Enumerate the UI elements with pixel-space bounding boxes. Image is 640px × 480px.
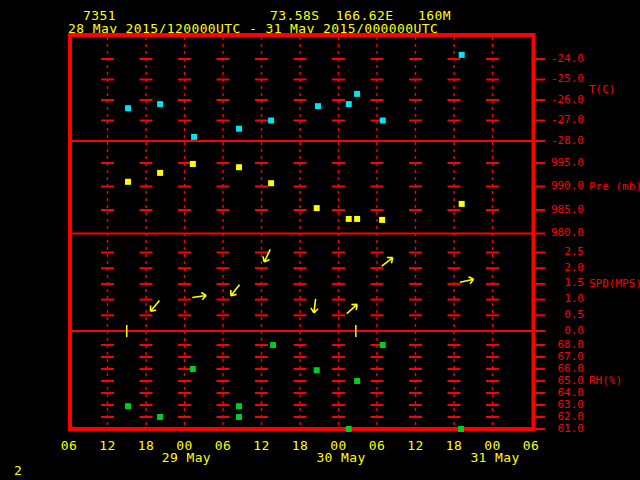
- y-tick-label: 2.5: [536, 246, 584, 258]
- axis-name-label: RH(%): [589, 375, 622, 387]
- relative-humidity-point: [270, 342, 276, 348]
- temperature-point: [346, 101, 352, 107]
- x-tick-label: 18: [134, 439, 158, 452]
- temperature-point: [268, 118, 274, 124]
- relative-humidity-point: [125, 403, 131, 409]
- y-tick-label: 2.0: [536, 262, 584, 274]
- wind-arrow: [192, 292, 207, 301]
- y-tick-label: 980.0: [536, 227, 584, 239]
- pressure-point: [354, 216, 360, 222]
- pressure-point: [157, 170, 163, 176]
- x-tick-label: 12: [404, 439, 428, 452]
- relative-humidity-point: [458, 426, 464, 432]
- y-tick-label: 63.0: [536, 399, 584, 411]
- temperature-point: [459, 52, 465, 58]
- temperature-point: [236, 126, 242, 132]
- y-tick-label: -25.0: [536, 73, 584, 85]
- y-tick-label: 985.0: [536, 204, 584, 216]
- y-tick-label: 1.5: [536, 277, 584, 289]
- wind-arrow-glyph: [192, 292, 207, 301]
- pressure-point: [268, 180, 274, 186]
- wind-arrow: [261, 248, 273, 264]
- y-tick-label: 990.0: [536, 180, 584, 192]
- y-tick-label: -26.0: [536, 94, 584, 106]
- relative-humidity-point: [354, 378, 360, 384]
- y-tick-label: -28.0: [536, 135, 584, 147]
- relative-humidity-point: [314, 367, 320, 373]
- wind-arrow-glyph: [459, 276, 474, 286]
- pressure-point: [125, 179, 131, 185]
- wind-arrow-glyph: [261, 248, 273, 264]
- temperature-point: [191, 134, 197, 140]
- temperature-point: [380, 118, 386, 124]
- date-label: 29 May: [155, 451, 217, 464]
- pressure-point: [346, 216, 352, 222]
- temperature-point: [157, 101, 163, 107]
- date-label: 31 May: [464, 451, 526, 464]
- x-tick-label: 18: [288, 439, 312, 452]
- relative-humidity-point: [190, 366, 196, 372]
- x-tick-label: 06: [57, 439, 81, 452]
- x-tick-label: 12: [250, 439, 274, 452]
- relative-humidity-point: [380, 342, 386, 348]
- wind-arrow: [459, 276, 474, 286]
- wind-arrow-glyph: [380, 255, 395, 269]
- date-label: 30 May: [310, 451, 372, 464]
- temperature-point: [354, 91, 360, 97]
- wind-arrow: [228, 282, 242, 297]
- relative-humidity-point: [236, 403, 242, 409]
- y-tick-label: 62.0: [536, 411, 584, 423]
- y-tick-label: 995.0: [536, 157, 584, 169]
- y-tick-label: 67.0: [536, 351, 584, 363]
- wind-arrow-glyph: [344, 302, 359, 317]
- axis-name-label: SPD(MPS): [589, 278, 640, 290]
- x-tick-label: 18: [442, 439, 466, 452]
- relative-humidity-point: [346, 426, 352, 432]
- pressure-point: [236, 164, 242, 170]
- axis-name-label: T(C): [589, 84, 616, 96]
- y-tick-label: 66.0: [536, 363, 584, 375]
- axis-name-label: Pre (mb): [589, 181, 640, 193]
- y-tick-label: -24.0: [536, 53, 584, 65]
- temperature-point: [315, 103, 321, 109]
- wind-arrow: [344, 302, 359, 317]
- x-tick-label: 12: [96, 439, 120, 452]
- station-plot-screen: 7351 73.58S 166.62E 160M 28 May 2015/120…: [0, 0, 640, 480]
- y-tick-label: 64.0: [536, 387, 584, 399]
- y-tick-label: 68.0: [536, 339, 584, 351]
- wind-arrow: [310, 298, 319, 313]
- y-tick-label: 65.0: [536, 375, 584, 387]
- wind-arrow: [380, 255, 395, 269]
- pressure-point: [190, 161, 196, 167]
- relative-humidity-point: [157, 414, 163, 420]
- y-tick-label: 0.0: [536, 325, 584, 337]
- relative-humidity-point: [236, 414, 242, 420]
- pressure-point: [379, 217, 385, 223]
- y-tick-label: 1.0: [536, 293, 584, 305]
- wind-arrow-glyph: [228, 282, 242, 297]
- pressure-point: [459, 201, 465, 207]
- page-indicator: 2: [14, 464, 22, 477]
- temperature-point: [125, 105, 131, 111]
- y-tick-label: -27.0: [536, 114, 584, 126]
- pressure-point: [314, 205, 320, 211]
- y-tick-label: 61.0: [536, 423, 584, 435]
- wind-arrow-glyph: [310, 298, 319, 313]
- y-tick-label: 0.5: [536, 309, 584, 321]
